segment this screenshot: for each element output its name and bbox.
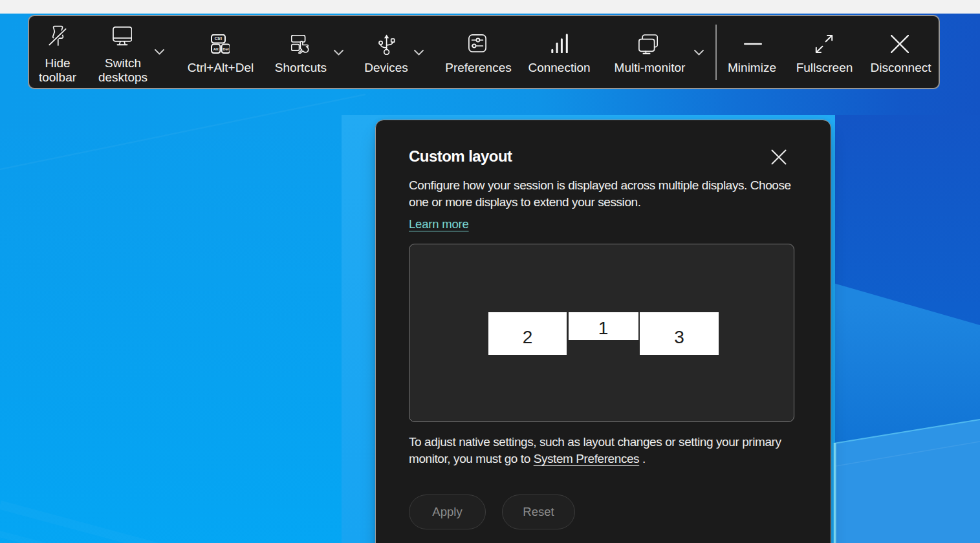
svg-text:Ctrl: Ctrl — [215, 36, 223, 41]
svg-text:Del: Del — [223, 47, 229, 51]
svg-text:Alt: Alt — [213, 47, 219, 51]
